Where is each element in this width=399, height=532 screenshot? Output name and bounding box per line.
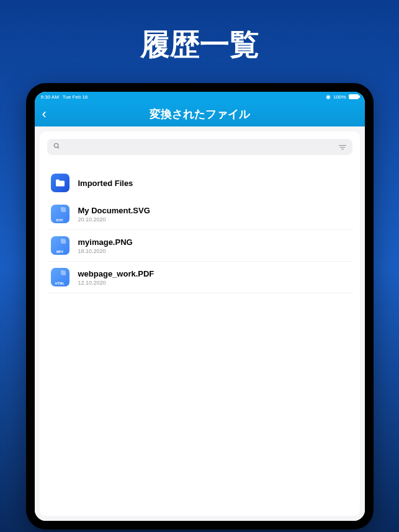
folder-icon (51, 174, 69, 192)
file-info: webpage_work.PDF 12.10.2020 (78, 269, 155, 286)
content-card: Imported Files DOC My Document.SVG 20.10… (40, 131, 360, 516)
file-ext: DOC (51, 218, 69, 222)
list-item[interactable]: HTML webpage_work.PDF 12.10.2020 (47, 262, 352, 293)
status-right: ◉ 100% (326, 94, 358, 100)
file-name: My Document.SVG (78, 206, 150, 215)
list-item[interactable]: MP2 myimage.PNG 18.10.2020 (47, 230, 352, 262)
doc-icon: DOC (51, 205, 69, 223)
nav-title: 変換されたファイル (150, 107, 250, 122)
tablet-frame: 9:30 AM Tue Feb 16 ◉ 100% ‹ 変換されたファイル (26, 83, 374, 530)
file-name: webpage_work.PDF (78, 269, 155, 278)
list-item[interactable]: DOC My Document.SVG 20.10.2020 (47, 198, 352, 230)
wifi-icon: ◉ (326, 94, 331, 100)
search-icon (53, 143, 60, 151)
file-ext: MP2 (51, 250, 69, 254)
file-name: myimage.PNG (78, 237, 133, 247)
tablet-screen: 9:30 AM Tue Feb 16 ◉ 100% ‹ 変換されたファイル (35, 92, 365, 521)
nav-bar: ‹ 変換されたファイル (35, 102, 365, 126)
doc-icon: HTML (51, 268, 69, 286)
file-ext: HTML (51, 282, 69, 285)
battery-percent: 100% (333, 94, 346, 100)
doc-icon: MP2 (51, 236, 69, 255)
svg-point-0 (54, 143, 58, 147)
status-time: 9:30 AM (41, 94, 59, 100)
file-date: 18.10.2020 (78, 248, 133, 254)
file-list: Imported Files DOC My Document.SVG 20.10… (47, 167, 352, 293)
hero-title: 履歴一覧 (0, 0, 399, 83)
search-bar[interactable] (47, 139, 352, 155)
status-date: Tue Feb 16 (63, 94, 88, 100)
file-info: My Document.SVG 20.10.2020 (78, 206, 150, 223)
filter-icon[interactable] (339, 145, 346, 149)
status-left: 9:30 AM Tue Feb 16 (41, 94, 88, 100)
status-bar: 9:30 AM Tue Feb 16 ◉ 100% (35, 92, 365, 102)
content-area: Imported Files DOC My Document.SVG 20.10… (35, 126, 365, 521)
list-item[interactable]: Imported Files (47, 167, 352, 198)
svg-line-1 (57, 147, 58, 148)
file-date: 12.10.2020 (78, 280, 155, 286)
file-date: 20.10.2020 (78, 216, 150, 223)
file-info: myimage.PNG 18.10.2020 (78, 237, 133, 254)
file-name: Imported Files (78, 179, 133, 188)
back-button[interactable]: ‹ (42, 107, 47, 121)
battery-icon (349, 94, 359, 99)
file-info: Imported Files (78, 179, 133, 188)
